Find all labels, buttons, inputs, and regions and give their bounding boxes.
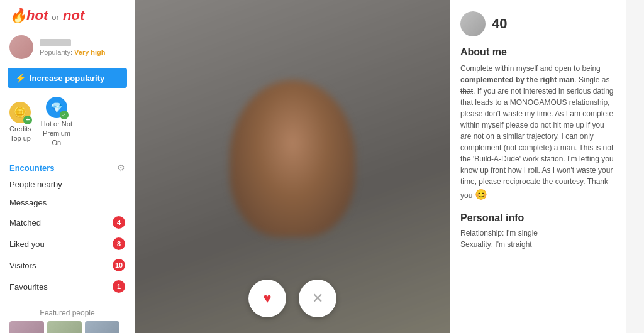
featured-title: Featured people: [9, 308, 125, 317]
sidebar-item-visitors[interactable]: Visitors 10: [0, 254, 135, 276]
profile-avatar: [460, 11, 486, 36]
user-info: Popularity: Very high: [40, 39, 106, 56]
personal-title: Personal info: [460, 212, 616, 224]
premium-box[interactable]: 💎 ✓ Hot or Not Premium On: [41, 97, 72, 146]
sidebar-item-matched[interactable]: Matched 4: [0, 212, 135, 233]
featured-section: Featured people: [0, 303, 135, 333]
credits-row: 🪙 + Credits Top up 💎 ✓ Hot or Not Premiu…: [0, 92, 135, 151]
logo-not: not: [63, 8, 84, 23]
relationship-item: Relationship: I'm single: [460, 229, 616, 237]
avatar: [9, 35, 33, 59]
featured-thumb-3[interactable]: [85, 321, 119, 333]
people-nearby-label: People nearby: [9, 180, 62, 189]
popularity-value: Very high: [74, 48, 106, 56]
sidebar-item-favourites[interactable]: Favourites 1: [0, 276, 135, 297]
visitors-badge: 10: [113, 259, 125, 271]
favourites-label: Favourites: [9, 282, 48, 292]
increase-popularity-button[interactable]: ⚡ Increase popularity: [8, 68, 127, 88]
matched-label: Matched: [9, 218, 41, 227]
popularity-label: Popularity:: [40, 48, 72, 56]
about-text: Complete within myself and open to being…: [460, 63, 616, 202]
sidebar-item-people-nearby[interactable]: People nearby: [0, 175, 135, 194]
increase-btn-label: Increase popularity: [30, 74, 104, 83]
right-panel: 40 About me Complete within myself and o…: [450, 0, 626, 333]
about-section: About me Complete within myself and open…: [460, 46, 616, 202]
section-header: Encounters ⚙: [0, 158, 135, 175]
profile-age: 40: [492, 16, 507, 32]
encounters-title: Encounters: [9, 163, 55, 173]
sidebar: 🔥hot or not Popularity: Very high ⚡ Incr…: [0, 0, 135, 333]
coin-icon: 🪙 +: [9, 102, 31, 123]
like-button[interactable]: ♥: [248, 280, 286, 317]
premium-icon: 💎 ✓: [46, 97, 67, 118]
like-icon: ♥: [263, 290, 271, 307]
photo-face: [230, 80, 355, 237]
liked-you-badge: 8: [113, 237, 125, 250]
premium-label: Hot or Not: [41, 120, 72, 128]
liked-you-label: Liked you: [9, 239, 45, 249]
credits-sublabel: Top up: [10, 134, 31, 142]
sidebar-item-liked-you[interactable]: Liked you 8: [0, 233, 135, 254]
premium-sublabel: Premium: [43, 129, 70, 137]
logo-area: 🔥hot or not: [0, 0, 135, 30]
favourites-badge: 1: [113, 280, 125, 293]
featured-row: [9, 321, 125, 333]
dislike-icon: ✕: [312, 290, 323, 307]
filter-icon[interactable]: ⚙: [117, 163, 125, 173]
sexuality-item: Sexuality: I'm straight: [460, 240, 616, 249]
sidebar-item-messages[interactable]: Messages: [0, 194, 135, 212]
action-buttons: ♥ ✕: [248, 280, 336, 317]
credits-label: Credits: [9, 125, 31, 133]
popularity-line: Popularity: Very high: [40, 48, 106, 56]
matched-badge: 4: [113, 216, 125, 229]
visitors-label: Visitors: [9, 261, 36, 270]
about-title: About me: [460, 46, 616, 58]
credits-box[interactable]: 🪙 + Credits Top up: [9, 102, 31, 142]
bolt-icon: ⚡: [15, 73, 26, 83]
user-section: Popularity: Very high: [0, 30, 135, 64]
logo: 🔥hot or not: [9, 8, 84, 24]
user-name-bar: [40, 39, 71, 46]
logo-or: or: [52, 13, 59, 22]
coin-plus-icon: +: [23, 116, 32, 124]
messages-label: Messages: [9, 198, 47, 207]
profile-header: 40: [460, 11, 616, 36]
featured-thumb-1[interactable]: [9, 321, 44, 333]
dislike-button[interactable]: ✕: [299, 280, 336, 317]
premium-check-icon: ✓: [60, 111, 69, 119]
personal-section: Personal info Relationship: I'm single S…: [460, 212, 616, 249]
featured-thumb-2[interactable]: [47, 321, 82, 333]
premium-status: On: [52, 139, 62, 146]
logo-hot: hot: [26, 8, 48, 23]
main-photo-area: ♥ ✕: [135, 0, 450, 333]
